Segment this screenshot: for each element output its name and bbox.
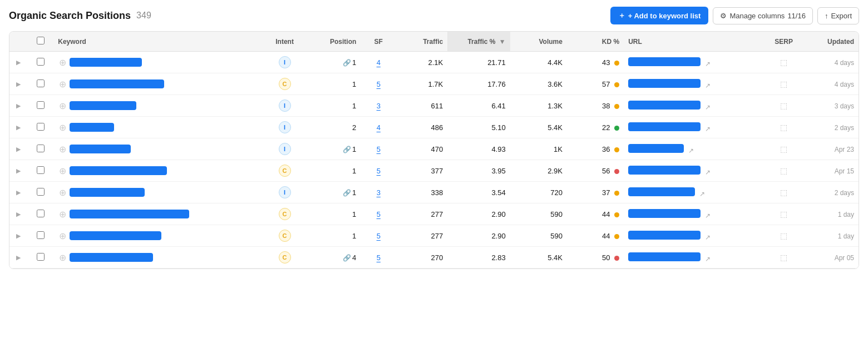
sf-cell[interactable]: 5 <box>361 138 396 160</box>
add-row-button[interactable]: ⊕ <box>58 144 67 155</box>
row-checkbox[interactable] <box>37 58 45 66</box>
sf-value[interactable]: 4 <box>377 58 381 67</box>
serp-cell[interactable]: ⬚ <box>766 225 802 247</box>
sf-cell[interactable]: 5 <box>361 160 396 182</box>
add-row-button[interactable]: ⊕ <box>58 166 67 176</box>
sf-cell[interactable]: 5 <box>361 203 396 225</box>
expand-button[interactable]: ▶ <box>14 58 23 67</box>
th-sf[interactable]: SF <box>361 32 396 52</box>
external-link-icon[interactable]: ↗ <box>705 103 711 111</box>
external-link-icon[interactable]: ↗ <box>705 233 711 241</box>
add-row-button[interactable]: ⊕ <box>58 209 67 220</box>
serp-cell[interactable]: ⬚ <box>766 203 802 225</box>
add-row-button[interactable]: ⊕ <box>58 79 67 90</box>
checkbox-cell[interactable] <box>32 225 53 247</box>
row-checkbox[interactable] <box>37 231 45 239</box>
expand-button[interactable]: ▶ <box>14 210 23 219</box>
th-keyword[interactable]: Keyword <box>53 32 260 52</box>
th-updated[interactable]: Updated <box>802 32 859 52</box>
sf-cell[interactable]: 5 <box>361 73 396 95</box>
row-checkbox[interactable] <box>37 145 45 152</box>
row-checkbox[interactable] <box>37 123 45 131</box>
serp-icon[interactable]: ⬚ <box>780 188 787 197</box>
serp-cell[interactable]: ⬚ <box>766 160 802 182</box>
sf-value[interactable]: 5 <box>377 253 381 262</box>
sf-cell[interactable]: 3 <box>361 182 396 203</box>
external-link-icon[interactable]: ↗ <box>688 147 694 155</box>
expand-button[interactable]: ▶ <box>14 123 23 132</box>
serp-cell[interactable]: ⬚ <box>766 138 802 160</box>
serp-icon[interactable]: ⬚ <box>780 58 787 67</box>
serp-cell[interactable]: ⬚ <box>766 52 802 73</box>
add-row-button[interactable]: ⊕ <box>58 231 67 241</box>
expand-button[interactable]: ▶ <box>14 145 23 154</box>
expand-button[interactable]: ▶ <box>14 188 23 197</box>
serp-cell[interactable]: ⬚ <box>766 95 802 117</box>
checkbox-cell[interactable] <box>32 247 53 268</box>
external-link-icon[interactable]: ↗ <box>705 60 711 68</box>
checkbox-cell[interactable] <box>32 95 53 117</box>
row-checkbox[interactable] <box>37 101 45 109</box>
row-checkbox[interactable] <box>37 210 45 217</box>
th-checkbox[interactable] <box>32 32 53 52</box>
expand-button[interactable]: ▶ <box>14 101 23 111</box>
serp-icon[interactable]: ⬚ <box>780 101 787 110</box>
checkbox-cell[interactable] <box>32 182 53 203</box>
serp-cell[interactable]: ⬚ <box>766 247 802 268</box>
sf-value[interactable]: 5 <box>377 210 381 218</box>
sf-cell[interactable]: 4 <box>361 117 396 138</box>
row-checkbox[interactable] <box>37 253 45 261</box>
row-checkbox[interactable] <box>37 79 45 87</box>
checkbox-cell[interactable] <box>32 52 53 73</box>
row-checkbox[interactable] <box>37 166 45 174</box>
sf-cell[interactable]: 5 <box>361 247 396 268</box>
select-all-checkbox[interactable] <box>37 37 45 44</box>
row-checkbox[interactable] <box>37 188 45 196</box>
sf-value[interactable]: 5 <box>377 167 381 175</box>
checkbox-cell[interactable] <box>32 203 53 225</box>
external-link-icon[interactable]: ↗ <box>705 125 711 133</box>
th-serp[interactable]: SERP <box>766 32 802 52</box>
add-row-button[interactable]: ⊕ <box>58 122 67 133</box>
expand-button[interactable]: ▶ <box>14 166 23 176</box>
add-keyword-button[interactable]: ＋ + Add to keyword list <box>610 7 709 24</box>
add-row-button[interactable]: ⊕ <box>58 187 67 198</box>
external-link-icon[interactable]: ↗ <box>705 255 711 263</box>
expand-button[interactable]: ▶ <box>14 79 23 89</box>
checkbox-cell[interactable] <box>32 138 53 160</box>
th-url[interactable]: URL <box>624 32 766 52</box>
external-link-icon[interactable]: ↗ <box>705 212 711 220</box>
serp-icon[interactable]: ⬚ <box>780 123 787 132</box>
sf-value[interactable]: 3 <box>377 188 381 197</box>
th-traffic[interactable]: Traffic <box>396 32 447 52</box>
external-link-icon[interactable]: ↗ <box>705 82 711 90</box>
sf-value[interactable]: 3 <box>377 102 381 110</box>
serp-icon[interactable]: ⬚ <box>780 231 787 240</box>
serp-cell[interactable]: ⬚ <box>766 73 802 95</box>
th-trafficpct[interactable]: Traffic % ▼ <box>447 32 510 52</box>
th-kd[interactable]: KD % <box>567 32 624 52</box>
add-row-button[interactable]: ⊕ <box>58 57 67 68</box>
expand-button[interactable]: ▶ <box>14 231 23 241</box>
sf-value[interactable]: 4 <box>377 123 381 132</box>
external-link-icon[interactable]: ↗ <box>705 168 711 176</box>
sf-value[interactable]: 5 <box>377 145 381 153</box>
sf-value[interactable]: 5 <box>377 80 381 88</box>
serp-icon[interactable]: ⬚ <box>780 79 787 88</box>
checkbox-cell[interactable] <box>32 160 53 182</box>
serp-icon[interactable]: ⬚ <box>780 253 787 262</box>
serp-icon[interactable]: ⬚ <box>780 210 787 218</box>
add-row-button[interactable]: ⊕ <box>58 252 67 263</box>
sf-cell[interactable]: 4 <box>361 52 396 73</box>
sf-cell[interactable]: 5 <box>361 225 396 247</box>
sf-cell[interactable]: 3 <box>361 95 396 117</box>
th-intent[interactable]: Intent <box>260 32 309 52</box>
serp-cell[interactable]: ⬚ <box>766 117 802 138</box>
expand-button[interactable]: ▶ <box>14 253 23 262</box>
checkbox-cell[interactable] <box>32 117 53 138</box>
th-position[interactable]: Position <box>309 32 361 52</box>
external-link-icon[interactable]: ↗ <box>699 190 705 198</box>
checkbox-cell[interactable] <box>32 73 53 95</box>
manage-columns-button[interactable]: ⚙ Manage columns 11/16 <box>713 7 813 24</box>
serp-icon[interactable]: ⬚ <box>780 145 787 153</box>
